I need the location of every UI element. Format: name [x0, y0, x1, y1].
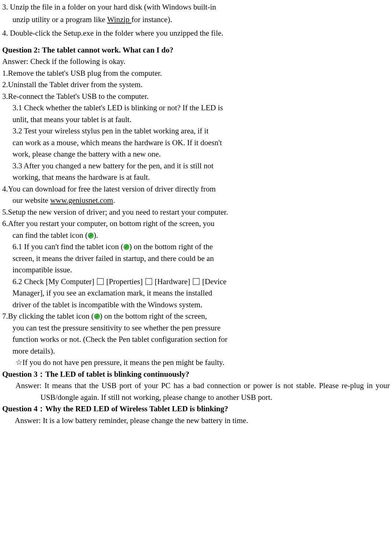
q2-step-3-2: 3.2 Test your wireless stylus pen in the… [2, 125, 390, 160]
step-3-index: 3. [2, 3, 8, 11]
q2-6-1-a-pre: 6.1 If you can't find the tablet icon ( [12, 242, 123, 251]
q2-3-2-b: can work as a mouse, which means the har… [12, 137, 390, 149]
question-4-block: Question 4：Why the RED LED of Wireless T… [2, 403, 390, 426]
q2-step-1: 1.Remove the tablet's USB plug from the … [2, 68, 390, 79]
q2-4-a: 4.You can download for free the latest v… [2, 185, 216, 193]
question-2-title: Question 2: The tablet cannot work. What… [2, 44, 390, 56]
question-2-answer-label: Answer: Check if the following is okay. [2, 56, 390, 68]
q2-6-1-c: incompatible issue. [12, 264, 390, 276]
q2-4-b-post: . [113, 196, 115, 205]
winzip-link[interactable]: Winzip [107, 15, 131, 24]
q2-7-a-pre: 7.By clicking the tablet icon ( [2, 312, 94, 320]
tablet-tray-icon [94, 314, 100, 319]
question-3-answer: Answer: It means that the USB port of yo… [2, 380, 390, 403]
q2-step-2: 2.Uninstall the Tablet driver from the s… [2, 79, 390, 91]
step-3-text-c: for instance). [132, 15, 172, 24]
step-3-text-a: Unzip the file in a folder on your hard … [10, 3, 216, 11]
step-4: 4. Double-click the Setup.exe in the fol… [2, 28, 390, 39]
q2-3-3-b: working, that means the hardware is at f… [12, 172, 390, 183]
q2-3-2-a: 3.2 Test your wireless stylus pen in the… [12, 125, 390, 137]
q2-3-1-a: 3.1 Check whether the tablet's LED is bl… [12, 102, 390, 114]
q2-3-2-c: work, please change the battery with a n… [12, 148, 390, 160]
q2-step-7: 7.By clicking the tablet icon () on the … [2, 311, 390, 322]
q2-6-2-prop: [Properties] [104, 277, 145, 286]
question-3-title: Question 3：The LED of tablet is blinking… [2, 369, 390, 380]
question-4-answer: Answer: It is a low battery reminder, pl… [2, 415, 390, 427]
q2-step-6-cont: can find the tablet icon (). [2, 230, 390, 241]
q2-step-6-2: 6.2 Check [My Computer] [Properties] [Ha… [2, 276, 390, 311]
step-4-text: Double-click the Setup.exe in the folder… [10, 29, 223, 37]
q2-step-3-3: 3.3 After you changed a new battery for … [2, 160, 390, 183]
q2-step-3-1: 3.1 Check whether the tablet's LED is bl… [2, 102, 390, 125]
q2-6-2-b: Manager], if you see an exclamation mark… [12, 287, 390, 299]
q2-6-2-a: 6.2 Check [My Computer] [Properties] [Ha… [12, 276, 390, 288]
q2-step-3: 3.Re-connect the Tablet's USB to the com… [2, 91, 390, 103]
q2-6-1-a-post: ) on the bottom right of the [129, 242, 213, 251]
q2-6-b-post: ). [94, 231, 98, 240]
q2-6-2-dm: [Device [200, 277, 227, 286]
q2-6-b-pre: can find the tablet icon ( [12, 231, 88, 240]
q2-6-1-a: 6.1 If you can't find the tablet icon ()… [12, 241, 390, 253]
arrow-box-icon [193, 278, 199, 285]
q2-step-4: 4.You can download for free the latest v… [2, 183, 390, 195]
q2-7-b: you can test the pressure sensitivity to… [2, 322, 390, 334]
question-2-block: Question 2: The tablet cannot work. What… [2, 44, 390, 369]
q2-6-2-hw: [Hardware] [153, 277, 192, 286]
arrow-box-icon [97, 278, 104, 285]
q2-3-3-a: 3.3 After you changed a new battery for … [12, 160, 390, 172]
q2-7-a-post: ) on the bottom right of the screen, [100, 312, 207, 320]
tablet-tray-icon [123, 244, 129, 250]
q2-step-6: 6.After you restart your computer, on bo… [2, 218, 390, 230]
q2-step-6-1: 6.1 If you can't find the tablet icon ()… [2, 241, 390, 276]
q2-step-4-cont: our website www.geniusnet.com. [2, 195, 390, 207]
q2-4-b-pre: our website [12, 196, 50, 205]
question-4-title: Question 4：Why the RED LED of Wireless T… [2, 403, 390, 415]
q2-6-a: 6.After you restart your computer, on bo… [2, 219, 215, 228]
q2-star-note: ☆If you do not have pen pressure, it mea… [2, 357, 390, 369]
step-3-cont: unzip utility or a program like Winzip f… [2, 14, 390, 26]
step-3-text-b: unzip utility or a program like [12, 15, 107, 24]
step-3: 3. Unzip the file in a folder on your ha… [2, 1, 390, 13]
geniusnet-link[interactable]: www.geniusnet.com [50, 196, 113, 205]
q2-6-1-b: screen, it means the driver failed in st… [12, 253, 390, 265]
q2-6-2-c: driver of the tablet is incompatible wit… [12, 299, 390, 311]
step-4-index: 4. [2, 29, 8, 37]
q2-7-c: function works or not. (Check the Pen ta… [2, 334, 390, 345]
question-3-block: Question 3：The LED of tablet is blinking… [2, 369, 390, 404]
tablet-tray-icon [88, 233, 94, 239]
q2-7-d: more details). [2, 345, 390, 357]
arrow-box-icon [145, 278, 152, 285]
q2-3-1-b: unlit, that means your tablet is at faul… [12, 114, 390, 126]
q2-6-2-pre: 6.2 Check [My Computer] [12, 277, 96, 286]
q2-step-5: 5.Setup the new version of driver; and y… [2, 207, 390, 218]
